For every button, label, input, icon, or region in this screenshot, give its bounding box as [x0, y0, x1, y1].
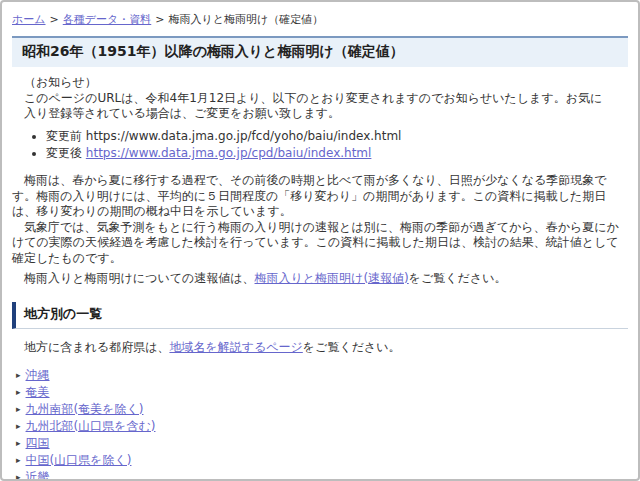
preliminary-values-link[interactable]: 梅雨入りと梅雨明け(速報値) [255, 271, 409, 285]
region-list-item: ▸四国 [16, 437, 628, 449]
notice-list-item: 変更後 https://www.data.jma.go.jp/cpd/baiu/… [46, 146, 628, 161]
paragraph-jma-review: 気象庁では、気象予測をもとに行う梅雨の入り明けの速報とは別に、梅雨の季節が過ぎて… [12, 220, 628, 267]
breadcrumb-link[interactable]: ホーム [12, 13, 46, 26]
region-list-item: ▸九州北部(山口県を含む) [16, 420, 628, 432]
region-list-item: ▸九州南部(奄美を除く) [16, 403, 628, 415]
region-list-item: ▸中国(山口県を除く) [16, 454, 628, 466]
notice-item-prefix: 変更後 [46, 146, 86, 160]
bullet-arrow-icon: ▸ [16, 370, 21, 380]
region-link[interactable]: 近畿 [26, 470, 50, 481]
region-list: ▸沖縄▸奄美▸九州南部(奄美を除く)▸九州北部(山口県を含む)▸四国▸中国(山口… [16, 369, 628, 481]
intro-text-after: をご覧ください。 [303, 340, 401, 354]
notice-list-item: 変更前 https://www.data.jma.go.jp/fcd/yoho/… [46, 129, 628, 144]
page-title: 昭和26年（1951年）以降の梅雨入りと梅雨明け（確定値） [12, 36, 628, 67]
region-link[interactable]: 沖縄 [26, 368, 50, 382]
section-heading-regional-list: 地方別の一覧 [12, 302, 628, 329]
region-list-item: ▸沖縄 [16, 369, 628, 381]
notice-block: （お知らせ） このページのURLは、令和4年1月12日より、以下のとおり変更され… [24, 75, 628, 121]
region-list-item: ▸奄美 [16, 386, 628, 398]
region-link[interactable]: 九州北部(山口県を含む) [26, 419, 156, 433]
breadcrumb-current: 梅雨入りと梅雨明け（確定値） [168, 13, 323, 26]
paragraph-baiu-description: 梅雨は、春から夏に移行する過程で、その前後の時期と比べて雨が多くなり、日照が少な… [12, 173, 628, 220]
paragraph-preliminary-values: 梅雨入りと梅雨明けについての速報値は、梅雨入りと梅雨明け(速報値)をご覧ください… [12, 271, 628, 287]
region-link[interactable]: 奄美 [26, 385, 50, 399]
notice-item-prefix: 変更前 [46, 129, 86, 143]
breadcrumb-separator: > [155, 13, 164, 26]
bullet-arrow-icon: ▸ [16, 472, 21, 481]
region-link[interactable]: 四国 [26, 436, 50, 450]
bullet-arrow-icon: ▸ [16, 387, 21, 397]
page: ホーム>各種データ・資料>梅雨入りと梅雨明け（確定値） 昭和26年（1951年）… [0, 0, 640, 481]
breadcrumb-separator: > [50, 13, 59, 26]
breadcrumb: ホーム>各種データ・資料>梅雨入りと梅雨明け（確定値） [12, 12, 628, 27]
notice-url-list: 変更前 https://www.data.jma.go.jp/fcd/yoho/… [46, 129, 628, 161]
p3-text-before: 梅雨入りと梅雨明けについての速報値は、 [24, 271, 255, 285]
notice-body: このページのURLは、令和4年1月12日より、以下のとおり変更されますのでお知ら… [24, 91, 614, 121]
bullet-arrow-icon: ▸ [16, 438, 21, 448]
intro-text-before: 地方に含まれる都府県は、 [24, 340, 169, 354]
notice-old-url-text: https://www.data.jma.go.jp/fcd/yoho/baiu… [86, 129, 402, 143]
p3-text-after: をご覧ください。 [409, 271, 507, 285]
notice-heading: （お知らせ） [24, 75, 628, 90]
region-list-item: ▸近畿 [16, 471, 628, 481]
breadcrumb-link[interactable]: 各種データ・資料 [63, 13, 152, 26]
region-link[interactable]: 九州南部(奄美を除く) [26, 402, 144, 416]
region-link[interactable]: 中国(山口県を除く) [26, 453, 132, 467]
region-names-explanation-link[interactable]: 地域名を解説するページ [169, 340, 302, 354]
bullet-arrow-icon: ▸ [16, 421, 21, 431]
bullet-arrow-icon: ▸ [16, 404, 21, 414]
regional-list-intro: 地方に含まれる都府県は、地域名を解説するページをご覧ください。 [12, 339, 628, 356]
notice-new-url-link[interactable]: https://www.data.jma.go.jp/cpd/baiu/inde… [86, 146, 372, 160]
bullet-arrow-icon: ▸ [16, 455, 21, 465]
